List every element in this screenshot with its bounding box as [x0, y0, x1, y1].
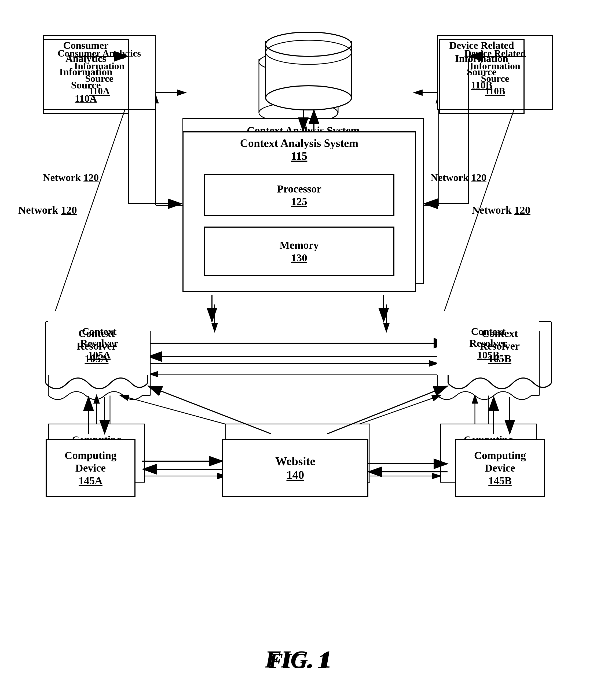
computing-a: ComputingDevice145A [46, 439, 136, 497]
fig-title: FIG. 1 [0, 646, 597, 673]
processor-text: Processor125 [204, 174, 395, 216]
website: Website140 [222, 439, 368, 497]
network-right: Network 120 [472, 204, 530, 216]
context-repo-label: Context Repository 150 [256, 32, 341, 107]
memory-text: Memory130 [204, 227, 395, 276]
resolver-b-text: ContextResolver105B [448, 327, 551, 365]
resolver-a-text: ContextResolver105A [46, 327, 148, 365]
computing-b: ComputingDevice145B [455, 439, 545, 497]
device-border [439, 39, 525, 114]
cas-text: Context Analysis System115 [183, 137, 416, 162]
network-right-label: Network 120 [431, 172, 486, 183]
consumer-border [43, 39, 129, 114]
network-left: Network 120 [18, 204, 77, 216]
network-left-label: Network 120 [43, 172, 99, 183]
